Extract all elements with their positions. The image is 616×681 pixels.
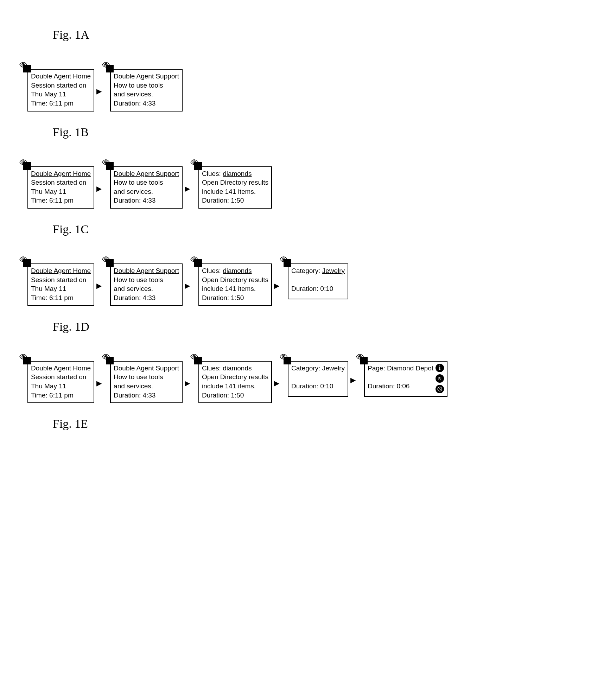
node-box: Double Agent Home Session started on Thu… xyxy=(27,69,94,112)
arrow-right-icon: ▶ xyxy=(96,280,102,289)
node-text: Page: Diamond Depot Duration: 0:06 xyxy=(368,364,433,393)
node-line: Duration: 1:50 xyxy=(202,391,268,400)
node-box: Double Agent Support How to use tools an… xyxy=(110,166,183,209)
node-prefix: Page: xyxy=(368,364,387,372)
node-line: Session started on xyxy=(31,178,91,187)
arrow-right-icon: ▶ xyxy=(185,280,190,289)
node-page: Page: Diamond Depot Duration: 0:06 i ≈ xyxy=(358,355,447,397)
node-line: Open Directory results xyxy=(202,275,268,285)
corner-marker-icon xyxy=(284,259,291,267)
arrow-right-icon: ▶ xyxy=(350,374,356,383)
arrow-right-icon: ▶ xyxy=(96,183,102,192)
node-wrap: Double Agent Support How to use tools an… xyxy=(104,355,192,403)
node-line: Time: 6:11 pm xyxy=(31,293,91,303)
node-line xyxy=(291,373,345,382)
node-title-link[interactable]: Jewelry xyxy=(322,267,345,274)
corner-marker-icon xyxy=(23,65,31,72)
node-line: How to use tools xyxy=(114,373,179,382)
info-icon[interactable]: i xyxy=(436,364,444,372)
node-title-link[interactable]: Diamond Depot xyxy=(387,364,433,372)
clock-icon[interactable] xyxy=(436,385,444,393)
row-1e: Double Agent Home Session started on Thu… xyxy=(21,355,616,403)
corner-marker-icon xyxy=(194,357,202,364)
node-support: Double Agent Support How to use tools an… xyxy=(104,63,183,112)
node-wrap: Double Agent Home Session started on Thu… xyxy=(21,63,104,112)
figure-label-1a: Fig. 1A xyxy=(53,28,616,42)
node-title-link[interactable]: diamonds xyxy=(223,170,252,177)
node-prefix: Category: xyxy=(291,364,322,372)
diagram-page: Fig. 1A Double Agent Home Session starte… xyxy=(0,0,616,480)
node-line: How to use tools xyxy=(114,178,179,187)
node-title-link[interactable]: Double Agent Support xyxy=(114,170,179,177)
node-title-link[interactable]: Double Agent Home xyxy=(31,267,91,274)
node-title-link[interactable]: Double Agent Home xyxy=(31,364,91,372)
corner-marker-icon xyxy=(106,259,114,267)
node-line: Thu May 11 xyxy=(31,284,91,293)
node-line: Time: 6:11 pm xyxy=(31,196,91,205)
node-wrap: Double Agent Home Session started on Thu… xyxy=(21,160,104,209)
node-line: Session started on xyxy=(31,275,91,285)
node-line: Duration: 1:50 xyxy=(202,293,268,303)
corner-marker-icon xyxy=(106,65,114,72)
node-title-link[interactable]: Double Agent Support xyxy=(114,72,179,80)
node-line: How to use tools xyxy=(114,275,179,285)
corner-marker-icon xyxy=(23,259,31,267)
node-category: Category: Jewelry Duration: 0:10 xyxy=(281,257,348,299)
node-wrap: Double Agent Support How to use tools an… xyxy=(104,257,192,306)
node-title-link[interactable]: Double Agent Home xyxy=(31,72,91,80)
node-line: Duration: 4:33 xyxy=(114,391,179,400)
node-title-link[interactable]: Double Agent Support xyxy=(114,364,179,372)
node-title-link[interactable]: Double Agent Home xyxy=(31,170,91,177)
node-line: include 141 items. xyxy=(202,382,268,391)
node-line: Duration: 0:10 xyxy=(291,284,345,293)
node-clues: Clues: diamonds Open Directory results i… xyxy=(192,160,272,209)
node-box: Double Agent Support How to use tools an… xyxy=(110,361,183,403)
node-line: Thu May 11 xyxy=(31,187,91,196)
node-box: Clues: diamonds Open Directory results i… xyxy=(198,361,272,403)
node-wrap: Clues: diamonds Open Directory results i… xyxy=(192,160,272,209)
node-title-link[interactable]: Jewelry xyxy=(322,364,345,372)
node-line: include 141 items. xyxy=(202,284,268,293)
node-wrap: Clues: diamonds Open Directory results i… xyxy=(192,355,281,403)
node-line: and services. xyxy=(114,90,179,99)
node-box: Page: Diamond Depot Duration: 0:06 i ≈ xyxy=(364,361,447,397)
node-line: Session started on xyxy=(31,373,91,382)
corner-marker-icon xyxy=(194,162,202,170)
row-1c: Double Agent Home Session started on Thu… xyxy=(21,160,616,209)
node-box: Category: Jewelry Duration: 0:10 xyxy=(288,361,348,397)
node-box: Double Agent Support How to use tools an… xyxy=(110,69,183,112)
node-box: Clues: diamonds Open Directory results i… xyxy=(198,166,272,209)
node-wrap: Page: Diamond Depot Duration: 0:06 i ≈ xyxy=(358,355,447,397)
figure-label-1e: Fig. 1E xyxy=(53,417,616,431)
node-line: Duration: 0:10 xyxy=(291,382,345,391)
node-title-link[interactable]: diamonds xyxy=(223,267,252,274)
row-1d: Double Agent Home Session started on Thu… xyxy=(21,257,616,306)
node-wrap: Double Agent Home Session started on Thu… xyxy=(21,355,104,403)
node-support: Double Agent Support How to use tools an… xyxy=(104,160,183,209)
node-title-link[interactable]: diamonds xyxy=(223,364,252,372)
node-line: and services. xyxy=(114,284,179,293)
node-wrap: Double Agent Support How to use tools an… xyxy=(104,160,192,209)
node-line: Time: 6:11 pm xyxy=(31,99,91,108)
figure-label-1c: Fig. 1C xyxy=(53,223,616,236)
arrow-right-icon: ▶ xyxy=(185,183,190,192)
node-wrap: Clues: diamonds Open Directory results i… xyxy=(192,257,281,306)
node-icons: i ≈ xyxy=(436,364,444,393)
node-line: Duration: 4:33 xyxy=(114,196,179,205)
node-line: Open Directory results xyxy=(202,178,268,187)
node-home: Double Agent Home Session started on Thu… xyxy=(21,160,94,209)
node-line: Duration: 4:33 xyxy=(114,99,179,108)
node-line: Duration: 1:50 xyxy=(202,196,268,205)
node-box: Double Agent Home Session started on Thu… xyxy=(27,263,94,306)
node-line: and services. xyxy=(114,382,179,391)
node-support: Double Agent Support How to use tools an… xyxy=(104,257,183,306)
row-1b: Double Agent Home Session started on Thu… xyxy=(21,63,616,112)
node-line xyxy=(368,373,433,382)
node-home: Double Agent Home Session started on Thu… xyxy=(21,257,94,306)
node-title-link[interactable]: Double Agent Support xyxy=(114,267,179,274)
figure-label-1b: Fig. 1B xyxy=(53,126,616,139)
similar-icon[interactable]: ≈ xyxy=(436,374,444,383)
node-home: Double Agent Home Session started on Thu… xyxy=(21,355,94,403)
node-clues: Clues: diamonds Open Directory results i… xyxy=(192,355,272,403)
figure-label-1d: Fig. 1D xyxy=(53,320,616,333)
